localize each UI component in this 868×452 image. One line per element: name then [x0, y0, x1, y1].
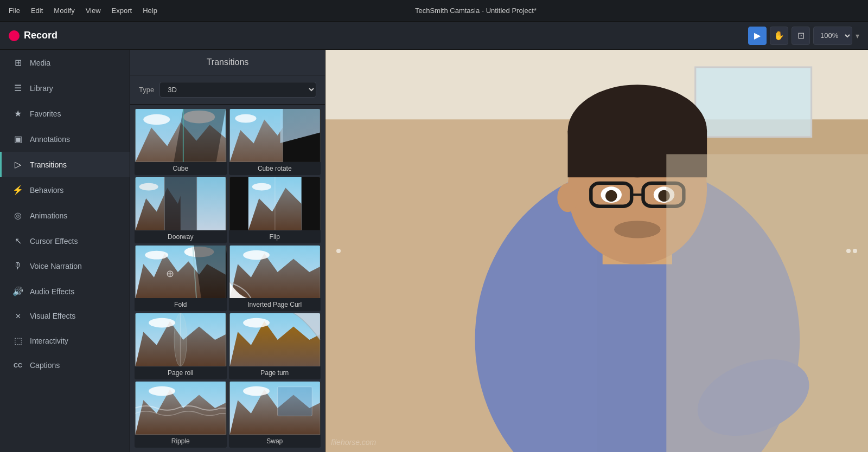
- sidebar-item-behaviors[interactable]: ⚡ Behaviors: [0, 177, 130, 203]
- transition-ripple-label: Ripple: [135, 435, 227, 448]
- sidebar-label-annotations: Annotations: [30, 135, 70, 144]
- svg-rect-68: [666, 154, 868, 452]
- transitions-grid: Cube: [130, 105, 325, 452]
- sidebar-label-behaviors: Behaviors: [30, 186, 63, 195]
- sidebar-label-media: Media: [30, 59, 50, 67]
- transition-inverted-page-curl-label: Inverted Page Curl: [229, 298, 321, 311]
- sidebar-label-interactivity: Interactivity: [30, 337, 68, 345]
- sidebar-label-library: Library: [30, 84, 53, 93]
- filter-label: Type: [139, 86, 154, 94]
- record-button[interactable]: Record: [9, 30, 58, 41]
- crop-tool-button[interactable]: ⊡: [792, 27, 810, 45]
- voice-narration-icon: 🎙: [12, 261, 23, 271]
- sidebar-label-transitions: Transitions: [30, 160, 67, 169]
- resize-handle-right-b[interactable]: [853, 249, 857, 253]
- sidebar-label-visual-effects: Visual Effects: [30, 312, 75, 320]
- transition-fold-label: Fold: [135, 298, 227, 311]
- transition-page-roll[interactable]: Page roll: [135, 313, 227, 379]
- svg-rect-16: [164, 177, 197, 230]
- menu-view[interactable]: View: [86, 7, 101, 15]
- menu-bar[interactable]: File Edit Modify View Export Help: [9, 7, 157, 15]
- sidebar-item-cursor-effects[interactable]: ↖ Cursor Effects: [0, 228, 130, 254]
- svg-point-26: [145, 250, 168, 259]
- transition-fold[interactable]: ⊕ Fold: [135, 246, 227, 312]
- sidebar-item-visual-effects[interactable]: ✕ Visual Effects: [0, 304, 130, 328]
- transition-doorway-label: Doorway: [135, 230, 227, 243]
- sidebar-item-captions[interactable]: CC Captions: [0, 353, 130, 377]
- transition-cube-rotate-label: Cube rotate: [229, 162, 321, 175]
- transition-cube[interactable]: Cube: [135, 109, 227, 175]
- sidebar-item-annotations[interactable]: ▣ Annotations: [0, 126, 130, 152]
- menu-file[interactable]: File: [9, 7, 20, 15]
- transition-inverted-page-curl[interactable]: Inverted Page Curl: [229, 246, 321, 312]
- visual-effects-icon: ✕: [12, 312, 23, 320]
- transition-flip[interactable]: Flip: [229, 177, 321, 243]
- interactivity-icon: ⬚: [12, 335, 23, 346]
- menu-edit[interactable]: Edit: [31, 7, 43, 15]
- sidebar-item-transitions[interactable]: ▷ Transitions: [0, 152, 130, 177]
- sidebar-item-interactivity[interactable]: ⬚ Interactivity: [0, 328, 130, 353]
- toolbar: Record ▶ ✋ ⊡ 100% 50% 75% 125% 150% 200%…: [0, 22, 868, 50]
- zoom-select[interactable]: 100% 50% 75% 125% 150% 200%: [813, 27, 852, 45]
- transition-doorway[interactable]: Doorway: [135, 177, 227, 243]
- menu-export[interactable]: Export: [112, 7, 132, 15]
- sidebar-item-library[interactable]: ☰ Library: [0, 75, 130, 101]
- sidebar-item-animations[interactable]: ◎ Animations: [0, 203, 130, 228]
- sidebar-label-audio-effects: Audio Effects: [30, 287, 74, 296]
- resize-handle-right-a[interactable]: [846, 249, 851, 253]
- menu-modify[interactable]: Modify: [54, 7, 74, 15]
- svg-point-32: [243, 250, 270, 260]
- transition-swap-label: Swap: [229, 435, 321, 448]
- menu-help[interactable]: Help: [143, 7, 157, 15]
- sidebar-label-captions: Captions: [30, 361, 60, 370]
- select-tool-button[interactable]: ▶: [748, 27, 767, 45]
- behaviors-icon: ⚡: [12, 185, 23, 195]
- svg-rect-15: [196, 177, 226, 230]
- panel-filter: Type 3D All 2D: [130, 75, 325, 105]
- filter-select[interactable]: 3D All 2D: [159, 82, 316, 98]
- watermark: filehorse.com: [331, 438, 376, 447]
- resize-handle-left[interactable]: [336, 249, 341, 253]
- svg-rect-47: [277, 387, 312, 416]
- svg-rect-14: [136, 177, 165, 230]
- sidebar-item-voice-narration[interactable]: 🎙 Voice Narration: [0, 254, 130, 279]
- transition-cube-thumb: [135, 109, 227, 162]
- sidebar-label-favorites: Favorites: [30, 109, 61, 118]
- sidebar-item-favorites[interactable]: ★ Favorites: [0, 101, 130, 126]
- annotations-icon: ▣: [12, 134, 23, 144]
- svg-point-35: [149, 318, 175, 328]
- transition-fold-thumb: ⊕: [135, 246, 227, 299]
- svg-point-40: [243, 318, 270, 328]
- captions-icon: CC: [12, 362, 23, 369]
- zoom-dropdown-arrow[interactable]: ▾: [856, 31, 859, 40]
- svg-point-66: [557, 183, 578, 212]
- resize-handle-right-group: [846, 249, 857, 253]
- svg-rect-51: [695, 67, 812, 137]
- transition-ripple-thumb: [135, 382, 227, 435]
- sidebar-label-cursor-effects: Cursor Effects: [30, 237, 78, 246]
- toolbar-tools: ▶ ✋ ⊡ 100% 50% 75% 125% 150% 200% ▾: [748, 27, 859, 45]
- hand-tool-button[interactable]: ✋: [770, 27, 788, 45]
- transition-ripple[interactable]: Ripple: [135, 382, 227, 448]
- record-label: Record: [24, 30, 58, 41]
- window-title: TechSmith Camtasia - Untitled Project*: [415, 7, 537, 15]
- preview-area: filehorse.com: [326, 50, 868, 452]
- sidebar-item-audio-effects[interactable]: 🔊 Audio Effects: [0, 279, 130, 304]
- transition-cube-rotate[interactable]: Cube rotate: [229, 109, 321, 175]
- transition-swap[interactable]: Swap: [229, 382, 321, 448]
- animations-icon: ◎: [12, 210, 23, 221]
- svg-point-65: [614, 221, 661, 238]
- video-preview: [326, 50, 868, 452]
- sidebar-label-voice-narration: Voice Narration: [30, 262, 82, 270]
- transition-cube-rotate-thumb: [229, 109, 321, 162]
- svg-point-22: [252, 183, 271, 191]
- transition-page-turn[interactable]: Page turn: [229, 313, 321, 379]
- sidebar-item-media[interactable]: ⊞ Media: [0, 50, 130, 75]
- transition-flip-label: Flip: [229, 230, 321, 243]
- favorites-icon: ★: [12, 108, 23, 119]
- transition-doorway-thumb: [135, 177, 227, 230]
- svg-point-43: [149, 386, 175, 396]
- transition-page-roll-thumb: [135, 313, 227, 366]
- transition-cube-label: Cube: [135, 162, 227, 175]
- record-dot: [9, 30, 20, 41]
